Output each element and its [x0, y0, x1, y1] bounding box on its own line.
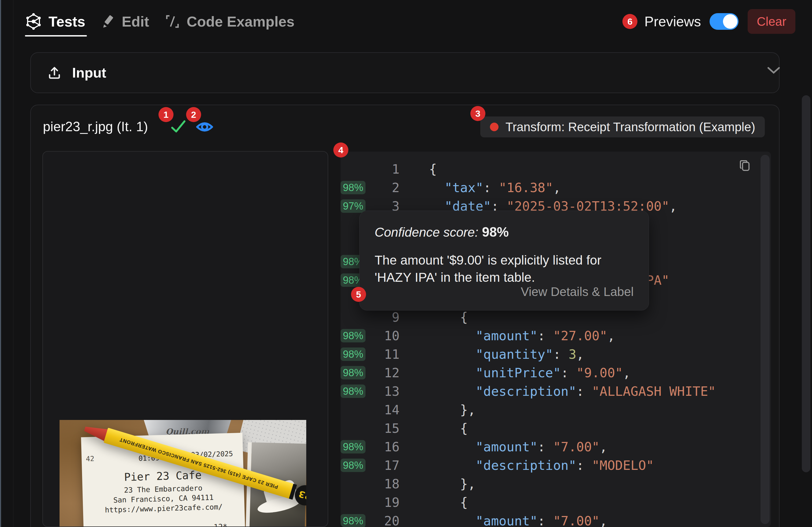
annotation-marker-5: 5	[351, 287, 366, 302]
code-line: 98%12 "unitPrice": "9.00",	[340, 364, 752, 382]
line-number: 14	[340, 401, 400, 419]
chevron-down-icon[interactable]	[767, 66, 780, 74]
code-text: },	[429, 476, 476, 491]
code-text: "amount": "27.00",	[429, 328, 615, 343]
view-details-link[interactable]: View Details & Label	[521, 284, 634, 299]
receipt-assigned: Assigned: TARA NE.	[94, 525, 175, 527]
tab-code-examples[interactable]: Code Examples	[165, 0, 294, 43]
tooltip-body: The amount '$9.00' is explicitly listed …	[375, 252, 634, 286]
code-line: 15 {	[340, 419, 752, 438]
line-number: 19	[340, 493, 400, 512]
previews-label: Previews	[644, 13, 701, 29]
code-text: "description": "MODELO"	[429, 458, 654, 473]
check-icon	[171, 120, 186, 134]
annotation-marker-4: 4	[333, 142, 348, 157]
confidence-badge[interactable]: 98%	[340, 181, 365, 194]
graph-hexagon-icon	[25, 13, 42, 30]
line-number: 15	[340, 419, 400, 438]
confidence-badge[interactable]: 98%	[340, 459, 365, 472]
receipt-table-number: 12*	[214, 522, 228, 527]
annotation-marker-2: 2	[186, 107, 201, 122]
input-section-header[interactable]: Input	[30, 52, 780, 93]
code-text: "description": "ALLAGASH WHITE"	[429, 384, 716, 399]
annotation-marker-1: 1	[159, 107, 174, 122]
code-text: {	[429, 310, 468, 325]
code-text: "unitPrice": "9.00",	[429, 365, 630, 380]
transform-chip-label: Transform: Receipt Transformation (Examp…	[506, 120, 755, 134]
test-file-name: pier23_r.jpg (It. 1)	[43, 119, 148, 134]
line-number: 9	[340, 308, 400, 327]
code-text: {	[429, 421, 468, 436]
receipt-check-number: 42	[86, 455, 95, 463]
tab-edit-label: Edit	[122, 13, 149, 30]
output-json-panel: 1{98%2 "tax": "16.38",97%3 "date": "2025…	[340, 152, 771, 527]
code-brackets-icon	[165, 14, 180, 29]
confidence-badge[interactable]: 98%	[340, 366, 365, 380]
code-line: 14 },	[340, 401, 752, 419]
top-nav: Tests Edit Code Examples	[25, 0, 294, 43]
code-line: 98%16 "amount": "7.00",	[340, 438, 752, 456]
code-line: 98%13 "description": "ALLAGASH WHITE"	[340, 382, 752, 401]
line-number: 18	[340, 475, 400, 493]
confidence-tooltip: Confidence score: 98% The amount '$9.00'…	[359, 211, 649, 311]
code-text: },	[429, 402, 476, 417]
code-line: 9 {	[340, 308, 752, 327]
window-edge-strip	[0, 0, 1, 527]
confidence-badge[interactable]: 98%	[340, 347, 365, 361]
input-image-panel: Quill.com 42 01:09 PM 03/02/2025 Pier 23…	[42, 151, 328, 527]
eye-icon[interactable]	[195, 119, 214, 135]
code-line: 98%20 "amount": "7.00",	[340, 512, 752, 527]
tab-tests[interactable]: Tests	[25, 0, 85, 43]
code-scrollbar[interactable]	[760, 155, 770, 524]
pencil-icon	[101, 14, 115, 29]
tab-tests-label: Tests	[48, 13, 85, 30]
code-text: "tax": "16.38",	[429, 180, 561, 195]
previews-toggle[interactable]	[710, 13, 739, 30]
copy-icon[interactable]	[739, 159, 752, 172]
line-number: 1	[340, 160, 400, 179]
input-section-label: Input	[72, 65, 106, 81]
code-line: 98%17 "description": "MODELO"	[340, 456, 752, 475]
nav-right-cluster: 6 Previews Clear	[622, 0, 795, 43]
receipt-photo: Quill.com 42 01:09 PM 03/02/2025 Pier 23…	[59, 420, 306, 527]
code-text: "quantity": 3,	[429, 347, 584, 362]
code-line: 1{	[340, 160, 752, 179]
tooltip-score: 98%	[482, 225, 509, 240]
code-line: 98%11 "quantity": 3,	[340, 345, 752, 364]
confidence-badge[interactable]: 98%	[340, 440, 365, 454]
annotation-marker-6: 6	[622, 14, 637, 29]
transform-status-dot	[490, 123, 498, 131]
code-text: "amount": "7.00",	[429, 439, 607, 454]
confidence-badge[interactable]: 97%	[340, 199, 365, 213]
confidence-badge[interactable]: 98%	[340, 329, 365, 342]
code-line: 98%2 "tax": "16.38",	[340, 179, 752, 197]
code-line: 98%10 "amount": "27.00",	[340, 327, 752, 345]
tooltip-title-text: Confidence score:	[375, 225, 478, 239]
code-text: {	[429, 495, 468, 510]
page-scrollbar[interactable]	[802, 95, 810, 472]
toggle-knob	[723, 14, 737, 29]
clear-button[interactable]: Clear	[748, 9, 795, 34]
tab-code-examples-label: Code Examples	[187, 13, 294, 30]
code-text: "amount": "7.00",	[429, 513, 607, 527]
code-text: {	[429, 161, 437, 176]
pen-logo-text: 23	[298, 488, 306, 502]
confidence-badge[interactable]: 98%	[340, 385, 365, 398]
code-line: 19 {	[340, 493, 752, 512]
annotation-marker-3: 3	[470, 106, 485, 121]
code-line: 18 },	[340, 475, 752, 493]
tab-edit[interactable]: Edit	[101, 0, 149, 43]
upload-icon	[47, 65, 62, 80]
confidence-badge[interactable]: 98%	[340, 514, 365, 527]
transform-chip[interactable]: Transform: Receipt Transformation (Examp…	[480, 116, 765, 138]
tooltip-title: Confidence score: 98%	[375, 224, 634, 240]
